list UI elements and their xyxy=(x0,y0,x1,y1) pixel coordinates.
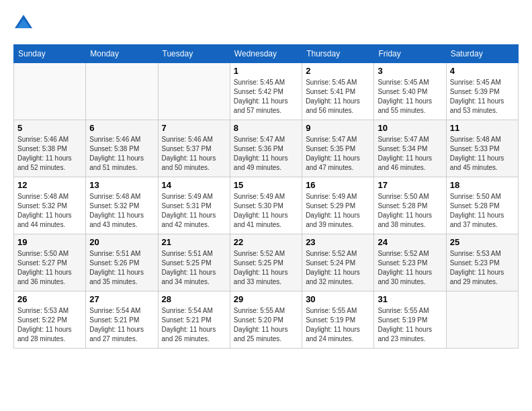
day-info: Sunrise: 5:47 AM Sunset: 5:36 PM Dayligh… xyxy=(234,135,298,173)
day-info: Sunrise: 5:51 AM Sunset: 5:26 PM Dayligh… xyxy=(89,249,154,287)
day-number: 31 xyxy=(378,294,442,304)
day-number: 8 xyxy=(234,123,298,133)
day-number: 1 xyxy=(234,66,298,76)
day-info: Sunrise: 5:55 AM Sunset: 5:19 PM Dayligh… xyxy=(306,306,370,344)
day-number: 18 xyxy=(450,180,515,190)
calendar-cell: 21Sunrise: 5:51 AM Sunset: 5:25 PM Dayli… xyxy=(158,234,230,291)
calendar-cell: 11Sunrise: 5:48 AM Sunset: 5:33 PM Dayli… xyxy=(446,120,518,177)
day-number: 21 xyxy=(162,237,226,247)
day-info: Sunrise: 5:46 AM Sunset: 5:37 PM Dayligh… xyxy=(162,135,226,173)
day-info: Sunrise: 5:47 AM Sunset: 5:34 PM Dayligh… xyxy=(378,135,442,173)
calendar-week-row: 5Sunrise: 5:46 AM Sunset: 5:38 PM Daylig… xyxy=(14,120,519,177)
day-info: Sunrise: 5:47 AM Sunset: 5:35 PM Dayligh… xyxy=(306,135,370,173)
day-info: Sunrise: 5:53 AM Sunset: 5:22 PM Dayligh… xyxy=(17,306,82,344)
day-number: 14 xyxy=(162,180,226,190)
day-number: 19 xyxy=(17,237,82,247)
day-info: Sunrise: 5:54 AM Sunset: 5:21 PM Dayligh… xyxy=(162,306,226,344)
day-info: Sunrise: 5:54 AM Sunset: 5:21 PM Dayligh… xyxy=(89,306,154,344)
calendar-cell xyxy=(446,291,518,349)
calendar-cell: 9Sunrise: 5:47 AM Sunset: 5:35 PM Daylig… xyxy=(302,120,374,177)
day-info: Sunrise: 5:45 AM Sunset: 5:42 PM Dayligh… xyxy=(234,78,298,116)
day-info: Sunrise: 5:45 AM Sunset: 5:39 PM Dayligh… xyxy=(450,78,515,116)
day-number: 26 xyxy=(17,294,82,304)
day-number: 4 xyxy=(450,66,515,76)
calendar-cell: 13Sunrise: 5:48 AM Sunset: 5:32 PM Dayli… xyxy=(86,177,158,234)
calendar-cell: 29Sunrise: 5:55 AM Sunset: 5:20 PM Dayli… xyxy=(230,291,302,349)
day-number: 28 xyxy=(162,294,226,304)
day-info: Sunrise: 5:49 AM Sunset: 5:30 PM Dayligh… xyxy=(234,192,298,230)
calendar-cell: 20Sunrise: 5:51 AM Sunset: 5:26 PM Dayli… xyxy=(86,234,158,291)
day-info: Sunrise: 5:55 AM Sunset: 5:20 PM Dayligh… xyxy=(234,306,298,344)
day-number: 22 xyxy=(234,237,298,247)
day-number: 15 xyxy=(234,180,298,190)
day-info: Sunrise: 5:48 AM Sunset: 5:32 PM Dayligh… xyxy=(17,192,82,230)
calendar-cell: 12Sunrise: 5:48 AM Sunset: 5:32 PM Dayli… xyxy=(14,177,86,234)
day-info: Sunrise: 5:45 AM Sunset: 5:41 PM Dayligh… xyxy=(306,78,370,116)
calendar-cell xyxy=(14,63,86,120)
calendar-cell: 5Sunrise: 5:46 AM Sunset: 5:38 PM Daylig… xyxy=(14,120,86,177)
day-info: Sunrise: 5:51 AM Sunset: 5:25 PM Dayligh… xyxy=(162,249,226,287)
calendar-cell: 25Sunrise: 5:53 AM Sunset: 5:23 PM Dayli… xyxy=(446,234,518,291)
calendar-cell: 19Sunrise: 5:50 AM Sunset: 5:27 PM Dayli… xyxy=(14,234,86,291)
calendar-week-row: 26Sunrise: 5:53 AM Sunset: 5:22 PM Dayli… xyxy=(14,291,519,349)
day-info: Sunrise: 5:50 AM Sunset: 5:28 PM Dayligh… xyxy=(450,192,515,230)
calendar-header-row: SundayMondayTuesdayWednesdayThursdayFrid… xyxy=(14,45,519,63)
day-number: 6 xyxy=(89,123,154,133)
calendar-header-saturday: Saturday xyxy=(446,45,518,63)
day-number: 17 xyxy=(378,180,442,190)
calendar-cell: 8Sunrise: 5:47 AM Sunset: 5:36 PM Daylig… xyxy=(230,120,302,177)
day-number: 25 xyxy=(450,237,515,247)
calendar-header-wednesday: Wednesday xyxy=(230,45,302,63)
calendar-cell: 26Sunrise: 5:53 AM Sunset: 5:22 PM Dayli… xyxy=(14,291,86,349)
day-info: Sunrise: 5:46 AM Sunset: 5:38 PM Dayligh… xyxy=(89,135,154,173)
calendar-cell: 24Sunrise: 5:52 AM Sunset: 5:23 PM Dayli… xyxy=(374,234,446,291)
day-info: Sunrise: 5:46 AM Sunset: 5:38 PM Dayligh… xyxy=(17,135,82,173)
day-number: 30 xyxy=(306,294,370,304)
day-number: 7 xyxy=(162,123,226,133)
day-number: 10 xyxy=(378,123,442,133)
calendar-header-friday: Friday xyxy=(374,45,446,63)
calendar-cell xyxy=(158,63,230,120)
calendar-cell: 27Sunrise: 5:54 AM Sunset: 5:21 PM Dayli… xyxy=(86,291,158,349)
day-number: 24 xyxy=(378,237,442,247)
day-info: Sunrise: 5:50 AM Sunset: 5:28 PM Dayligh… xyxy=(378,192,442,230)
calendar-cell: 2Sunrise: 5:45 AM Sunset: 5:41 PM Daylig… xyxy=(302,63,374,120)
day-number: 13 xyxy=(89,180,154,190)
day-number: 29 xyxy=(234,294,298,304)
calendar-table: SundayMondayTuesdayWednesdayThursdayFrid… xyxy=(13,44,519,349)
calendar-cell: 16Sunrise: 5:49 AM Sunset: 5:29 PM Dayli… xyxy=(302,177,374,234)
calendar-cell: 30Sunrise: 5:55 AM Sunset: 5:19 PM Dayli… xyxy=(302,291,374,349)
day-info: Sunrise: 5:48 AM Sunset: 5:32 PM Dayligh… xyxy=(89,192,154,230)
day-number: 27 xyxy=(89,294,154,304)
calendar-cell: 17Sunrise: 5:50 AM Sunset: 5:28 PM Dayli… xyxy=(374,177,446,234)
calendar-cell: 14Sunrise: 5:49 AM Sunset: 5:31 PM Dayli… xyxy=(158,177,230,234)
calendar-cell: 10Sunrise: 5:47 AM Sunset: 5:34 PM Dayli… xyxy=(374,120,446,177)
calendar-week-row: 1Sunrise: 5:45 AM Sunset: 5:42 PM Daylig… xyxy=(14,63,519,120)
day-info: Sunrise: 5:52 AM Sunset: 5:25 PM Dayligh… xyxy=(234,249,298,287)
day-info: Sunrise: 5:50 AM Sunset: 5:27 PM Dayligh… xyxy=(17,249,82,287)
day-info: Sunrise: 5:49 AM Sunset: 5:29 PM Dayligh… xyxy=(306,192,370,230)
calendar-cell: 28Sunrise: 5:54 AM Sunset: 5:21 PM Dayli… xyxy=(158,291,230,349)
day-number: 2 xyxy=(306,66,370,76)
calendar-cell: 23Sunrise: 5:52 AM Sunset: 5:24 PM Dayli… xyxy=(302,234,374,291)
calendar-cell: 6Sunrise: 5:46 AM Sunset: 5:38 PM Daylig… xyxy=(86,120,158,177)
day-info: Sunrise: 5:53 AM Sunset: 5:23 PM Dayligh… xyxy=(450,249,515,287)
calendar-cell: 31Sunrise: 5:55 AM Sunset: 5:19 PM Dayli… xyxy=(374,291,446,349)
calendar-cell: 22Sunrise: 5:52 AM Sunset: 5:25 PM Dayli… xyxy=(230,234,302,291)
day-info: Sunrise: 5:52 AM Sunset: 5:23 PM Dayligh… xyxy=(378,249,442,287)
day-info: Sunrise: 5:49 AM Sunset: 5:31 PM Dayligh… xyxy=(162,192,226,230)
day-info: Sunrise: 5:45 AM Sunset: 5:40 PM Dayligh… xyxy=(378,78,442,116)
calendar-week-row: 12Sunrise: 5:48 AM Sunset: 5:32 PM Dayli… xyxy=(14,177,519,234)
day-number: 5 xyxy=(17,123,82,133)
day-info: Sunrise: 5:55 AM Sunset: 5:19 PM Dayligh… xyxy=(378,306,442,344)
calendar-week-row: 19Sunrise: 5:50 AM Sunset: 5:27 PM Dayli… xyxy=(14,234,519,291)
logo-icon xyxy=(13,13,34,34)
calendar-header-thursday: Thursday xyxy=(302,45,374,63)
page-header xyxy=(13,13,519,34)
day-number: 9 xyxy=(306,123,370,133)
calendar-header-tuesday: Tuesday xyxy=(158,45,230,63)
calendar-cell: 1Sunrise: 5:45 AM Sunset: 5:42 PM Daylig… xyxy=(230,63,302,120)
calendar-cell: 15Sunrise: 5:49 AM Sunset: 5:30 PM Dayli… xyxy=(230,177,302,234)
calendar-cell: 7Sunrise: 5:46 AM Sunset: 5:37 PM Daylig… xyxy=(158,120,230,177)
day-number: 3 xyxy=(378,66,442,76)
